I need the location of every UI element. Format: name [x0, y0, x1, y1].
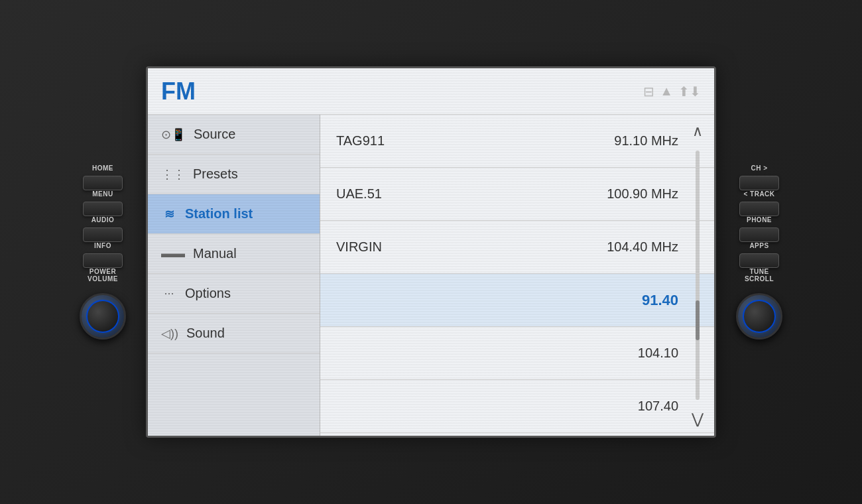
apps-button[interactable] [739, 253, 779, 268]
tune-scroll-group: TUNE SCROLL [736, 268, 782, 340]
nav-presets[interactable]: ⋮⋮ Presets [148, 155, 320, 194]
track-button-group: < TRACK [739, 190, 779, 216]
tune-scroll-knob[interactable] [736, 293, 782, 340]
menu-button-group: MENU [83, 190, 123, 216]
presets-icon: ⋮⋮ [161, 167, 185, 182]
left-nav: ⊙📱 Source ⋮⋮ Presets ≋ Station list ▬▬ M… [148, 115, 320, 436]
tune-scroll-label: TUNE SCROLL [745, 268, 774, 283]
home-button[interactable] [83, 176, 123, 190]
station-list-icon: ≋ [161, 207, 177, 221]
screen: FM ⊟ ▲ ⬆⬇ ⊙📱 Source ⋮⋮ Presets ≋ [146, 66, 716, 438]
head-unit: HOME MENU AUDIO INFO POWER VOLUME FM ⊟ [0, 0, 862, 504]
phone-label: PHONE [747, 216, 772, 223]
info-button[interactable] [83, 253, 123, 268]
scroll-track [696, 151, 700, 400]
power-volume-label: POWER VOLUME [88, 268, 118, 283]
menu-label: MENU [92, 190, 113, 198]
ch-button[interactable] [739, 176, 779, 190]
track-button[interactable] [739, 202, 779, 216]
right-side-panel: CH > < TRACK PHONE APPS TUNE SCROLL [716, 155, 802, 349]
header-icons: ⊟ ▲ ⬆⬇ [643, 84, 701, 99]
station-freq-virgin: 104.40 MHz [607, 239, 678, 255]
info-button-group: INFO [83, 242, 123, 268]
station-freq-uae51: 100.90 MHz [607, 186, 678, 202]
station-freq-10740: 107.40 [638, 399, 678, 414]
sound-icon: ◁)) [161, 326, 178, 341]
home-label: HOME [92, 164, 113, 172]
ch-label: CH > [751, 164, 767, 172]
station-row-10740[interactable]: 107.40 [320, 380, 714, 433]
right-content: TAG911 91.10 MHz UAE.51 100.90 MHz VIRGI… [320, 115, 714, 436]
station-row-tag911[interactable]: TAG911 91.10 MHz [320, 115, 714, 168]
nav-station-list[interactable]: ≋ Station list [148, 194, 320, 234]
nav-options-label: Options [185, 286, 231, 301]
station-freq-9140: 91.40 [642, 292, 678, 309]
nav-manual[interactable]: ▬▬ Manual [148, 234, 320, 274]
phone-button-group: PHONE [739, 216, 779, 242]
scroll-thumb [696, 300, 700, 340]
phone-button[interactable] [739, 227, 779, 242]
station-freq-tag911: 91.10 MHz [614, 133, 678, 149]
station-name-virgin: VIRGIN [336, 239, 607, 255]
apps-label: APPS [749, 242, 769, 249]
nav-sound-label: Sound [186, 326, 225, 341]
bluetooth-icon: ⬆⬇ [678, 84, 701, 99]
audio-button-group: AUDIO [83, 216, 123, 242]
nav-source-label: Source [194, 127, 235, 142]
menu-button[interactable] [83, 202, 123, 216]
nav-station-list-label: Station list [185, 206, 253, 221]
station-name-uae51: UAE.51 [336, 186, 607, 202]
source-icon: ⊙📱 [161, 127, 186, 142]
station-row-9140[interactable]: 91.40 [320, 274, 714, 327]
nav-presets-label: Presets [193, 166, 238, 182]
nav-source[interactable]: ⊙📱 Source [148, 115, 320, 155]
station-name-tag911: TAG911 [336, 133, 614, 149]
nav-options[interactable]: ··· Options [148, 274, 320, 314]
audio-label: AUDIO [92, 216, 115, 223]
screen-header: FM ⊟ ▲ ⬆⬇ [148, 68, 714, 115]
ch-button-group: CH > [739, 164, 779, 190]
info-label: INFO [94, 242, 111, 249]
nav-manual-label: Manual [193, 246, 237, 261]
track-label: < TRACK [743, 190, 774, 198]
scroll-down-button[interactable]: ⋁ [684, 403, 711, 436]
home-button-group: HOME [83, 164, 123, 190]
options-icon: ··· [161, 286, 177, 300]
knob-inner [86, 300, 119, 333]
station-freq-10410: 104.10 [638, 346, 678, 361]
screen-title: FM [161, 78, 196, 105]
screen-body: ⊙📱 Source ⋮⋮ Presets ≋ Station list ▬▬ M… [148, 115, 714, 436]
tune-knob-inner [743, 300, 776, 333]
station-row-uae51[interactable]: UAE.51 100.90 MHz [320, 168, 714, 221]
wifi-icon: ▲ [660, 84, 673, 99]
audio-button[interactable] [83, 227, 123, 242]
nav-sound[interactable]: ◁)) Sound [148, 314, 320, 353]
no-signal-icon: ⊟ [643, 84, 654, 99]
power-volume-group: POWER VOLUME [80, 268, 126, 340]
station-row-virgin[interactable]: VIRGIN 104.40 MHz [320, 221, 714, 274]
station-row-10410[interactable]: 104.10 [320, 327, 714, 380]
scroll-up-button[interactable]: ∧ [684, 115, 711, 148]
power-volume-knob[interactable] [80, 293, 126, 340]
manual-icon: ▬▬ [161, 247, 185, 261]
left-side-panel: HOME MENU AUDIO INFO POWER VOLUME [60, 155, 146, 349]
apps-button-group: APPS [739, 242, 779, 268]
scroll-controls: ∧ ⋁ [681, 115, 714, 436]
